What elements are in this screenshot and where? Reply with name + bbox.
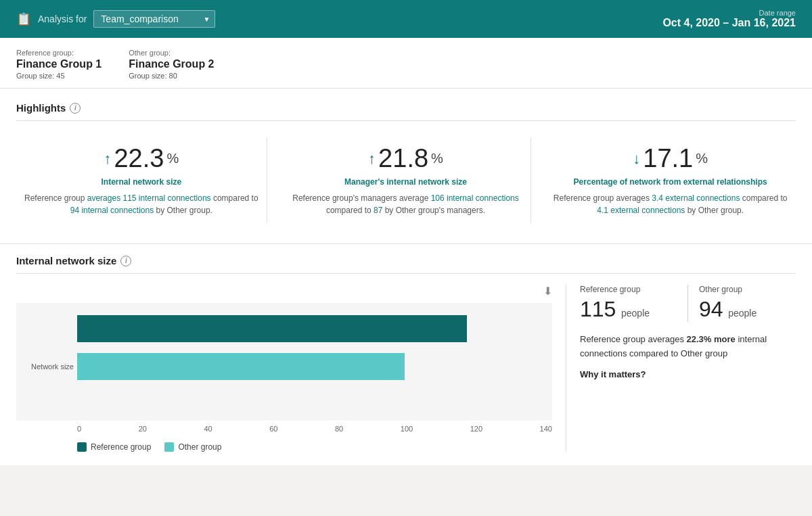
reference-stat-unit: people (621, 308, 650, 319)
x-axis-container: 0 20 40 60 80 100 120 140 (16, 425, 552, 433)
analysis-label: Analysis for (38, 14, 87, 24)
stats-numbers-row: Reference group 115 people Other group 9… (580, 285, 796, 322)
highlight-number-3: ↓ 17.1 % (551, 144, 789, 173)
other-bar-fill (77, 353, 405, 380)
highlight-arrow-down-3: ↓ (633, 150, 640, 168)
group-info-bar: Reference group: Finance Group 1 Group s… (0, 38, 812, 89)
highlights-info-icon: i (70, 103, 81, 114)
chart-background: Network size (16, 303, 552, 421)
highlights-title: Highlights i (16, 102, 796, 121)
highlight-value-3: 17.1 (643, 144, 693, 173)
highlight-arrow-up-2: ↑ (368, 150, 376, 168)
chart-download-row: ⬇ (16, 285, 552, 298)
legend-other: Other group (164, 442, 221, 452)
network-content: ⬇ Network size (16, 285, 796, 452)
network-title-text: Internal network size (16, 255, 116, 266)
legend-other-dot (164, 442, 174, 452)
highlight-number-1: ↑ 22.3 % (23, 144, 260, 173)
reference-group-name: Finance Group 1 (16, 58, 102, 70)
reference-bar-fill (77, 315, 467, 342)
download-icon[interactable]: ⬇ (543, 285, 552, 298)
analysis-dropdown-wrapper[interactable]: Team_comparison ▼ (93, 10, 215, 28)
internal-network-section: Internal network size i ⬇ (0, 243, 812, 465)
other-stat: Other group 94 people (688, 285, 796, 322)
chart-area: ⬇ Network size (16, 285, 566, 452)
highlight-percent-2: % (431, 151, 443, 166)
why-matters-link[interactable]: Why it matters? (580, 369, 796, 379)
app-icon: 📋 (16, 11, 31, 26)
analysis-dropdown[interactable]: Team_comparison (93, 10, 215, 28)
bar-label-empty: Network size (16, 362, 74, 371)
x-label-120: 120 (470, 425, 482, 433)
reference-stat-label: Reference group (580, 285, 677, 294)
other-group-info: Other group: Finance Group 2 Group size:… (129, 49, 214, 80)
highlight-percent-1: % (166, 151, 179, 166)
highlight-card-3: ↓ 17.1 % Percentage of network from exte… (545, 137, 796, 223)
legend-ref-dot (77, 442, 87, 452)
reference-stat-number: 115 (580, 297, 616, 321)
network-section-title: Internal network size i (16, 255, 796, 274)
other-stat-number: 94 (699, 297, 723, 321)
x-label-20: 20 (139, 425, 147, 433)
other-group-name: Finance Group 2 (129, 58, 214, 70)
highlights-grid: ↑ 22.3 % Internal network size Reference… (16, 124, 796, 230)
highlight-metric-3: Percentage of network from external rela… (551, 177, 789, 187)
legend-other-label: Other group (178, 442, 221, 452)
highlight-metric-1: Internal network size (23, 177, 260, 187)
reference-group-type-label: Reference group: (16, 49, 102, 57)
x-label-80: 80 (335, 425, 343, 433)
highlight-desc-2: Reference group's managers average 106 i… (288, 192, 524, 216)
other-bar-track (77, 353, 552, 380)
reference-bar-row (77, 315, 552, 342)
header-left: 📋 Analysis for Team_comparison ▼ (16, 10, 215, 28)
legend-reference: Reference group (77, 442, 151, 452)
legend-reference-label: Reference group (91, 442, 151, 452)
x-label-0: 0 (77, 425, 81, 433)
other-stat-unit: people (728, 308, 757, 319)
stats-description: Reference group averages 22.3% more inte… (580, 333, 796, 361)
x-label-40: 40 (204, 425, 212, 433)
x-label-140: 140 (540, 425, 552, 433)
other-stat-label: Other group (699, 285, 796, 294)
other-group-type-label: Other group: (129, 49, 214, 57)
reference-group-size: Group size: 45 (16, 72, 102, 80)
stats-panel: Reference group 115 people Other group 9… (566, 285, 796, 452)
chart-legend: Reference group Other group (16, 442, 552, 452)
highlight-percent-3: % (696, 151, 708, 166)
main-content: Reference group: Finance Group 1 Group s… (0, 38, 812, 465)
highlight-value-2: 21.8 (378, 144, 428, 173)
highlights-section: Highlights i ↑ 22.3 % Internal network s… (0, 89, 812, 243)
highlights-title-text: Highlights (16, 102, 66, 114)
highlight-desc-3: Reference group averages 3.4 external co… (551, 192, 789, 216)
other-bar-row: Network size (77, 353, 552, 380)
x-label-60: 60 (269, 425, 277, 433)
header-right: Date range Oct 4, 2020 – Jan 16, 2021 (662, 9, 796, 29)
stats-highlight: 22.3% more (687, 334, 736, 344)
highlight-number-2: ↑ 21.8 % (288, 144, 524, 173)
other-group-size: Group size: 80 (129, 72, 214, 80)
reference-group-info: Reference group: Finance Group 1 Group s… (16, 49, 102, 80)
date-range-label: Date range (662, 9, 796, 17)
bar-chart: Network size (16, 308, 552, 418)
app-header: 📋 Analysis for Team_comparison ▼ Date ra… (0, 0, 812, 38)
network-info-icon: i (120, 256, 131, 266)
x-label-100: 100 (401, 425, 413, 433)
highlight-arrow-up-1: ↑ (104, 150, 111, 168)
reference-stat: Reference group 115 people (580, 285, 688, 322)
highlight-value-1: 22.3 (114, 144, 164, 173)
highlight-desc-1: Reference group averages 115 internal co… (23, 192, 260, 216)
x-axis-labels: 0 20 40 60 80 100 120 140 (77, 425, 552, 433)
date-range-value: Oct 4, 2020 – Jan 16, 2021 (662, 17, 796, 29)
highlight-metric-2: Manager's internal network size (288, 177, 524, 187)
highlight-card-1: ↑ 22.3 % Internal network size Reference… (16, 137, 267, 223)
highlight-card-2: ↑ 21.8 % Manager's internal network size… (281, 137, 532, 223)
reference-bar-track (77, 315, 552, 342)
